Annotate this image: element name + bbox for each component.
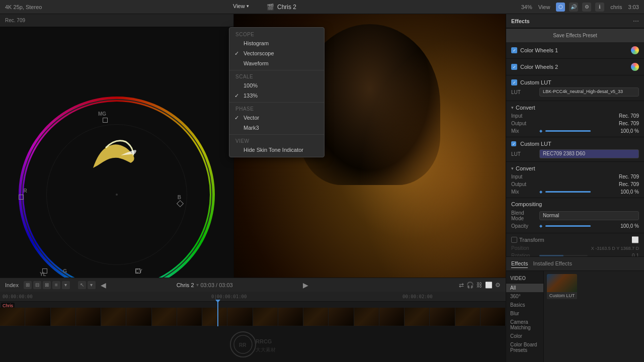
transform-checkbox[interactable] — [511, 237, 517, 243]
convert-header-1[interactable]: ▾ Convert — [511, 103, 639, 112]
category-camera[interactable]: Camera Matching — [506, 318, 543, 332]
dropdown-divider-2 — [229, 102, 324, 103]
category-blur[interactable]: Blur — [506, 309, 543, 318]
effect-checkbox-2[interactable] — [511, 64, 517, 70]
effect-checkbox-3[interactable] — [511, 79, 517, 85]
custom-lut-section: Custom LUT LUT REC709 2383 D60 — [506, 137, 644, 162]
mix-slider-2[interactable] — [545, 191, 591, 193]
dropdown-133[interactable]: 133% — [229, 90, 324, 101]
scope-marker-mg — [103, 118, 108, 123]
output-value: Rec. 709 — [539, 121, 639, 126]
clip-name-chevron[interactable]: ▾ — [196, 282, 199, 288]
blend-dropdown[interactable]: Normal — [539, 211, 639, 220]
mix-slider-1[interactable] — [545, 130, 591, 132]
top-bar: 4K 25p, Stereo 🎬 Chris 2 34% View ⬡ 🔊 ⚙ … — [0, 0, 644, 14]
film-frame-19 — [455, 308, 480, 326]
custom-lut-header[interactable]: Custom LUT — [511, 139, 639, 148]
film-frame-10 — [227, 308, 253, 326]
dropdown-scope-label: SCOPE — [229, 30, 324, 38]
timeline-nav-prev[interactable]: ◀ — [101, 281, 106, 289]
rrcg-logo: RR RRCG 大大素材 — [223, 329, 283, 359]
timeline-chain-icon[interactable]: ⛓ — [476, 282, 482, 289]
effects-bottom-body: VIDEO All 360° Basics Blur Camera Matchi… — [506, 271, 644, 362]
custom-lut-thumbnail[interactable]: Custom LUT — [547, 274, 577, 299]
dropdown-histogram[interactable]: Histogram — [229, 38, 324, 48]
timeline-btn-5[interactable]: ▾ — [62, 281, 70, 289]
view-button[interactable]: View ▾ — [229, 0, 253, 12]
timeline-headphones-icon[interactable]: 🎧 — [466, 282, 474, 289]
rec-label: Rec. 709 — [5, 18, 25, 23]
installed-tab[interactable]: Installed Effects — [533, 259, 572, 268]
mix-label-1: Mix — [511, 128, 536, 134]
input-value: Rec. 709 — [539, 113, 639, 119]
effect-checkbox-1[interactable] — [511, 47, 517, 53]
timeline-snap-icon[interactable]: ⬜ — [485, 282, 493, 289]
category-color[interactable]: Color — [506, 332, 543, 340]
scope-label-g: G — [63, 268, 67, 274]
project-name: Chris 2 — [277, 4, 296, 11]
lut-dropdown[interactable]: LBK-PCC4k_neutral_High-desat_v5_33 — [539, 87, 639, 97]
settings-icon-btn[interactable]: ⚙ — [582, 3, 591, 12]
film-frame-11 — [253, 308, 278, 326]
dropdown-hide-skin[interactable]: Hide Skin Tone Indicator — [229, 145, 324, 155]
dropdown-100[interactable]: 100% — [229, 80, 324, 90]
scope-icon-btn[interactable]: ⬡ — [556, 3, 565, 12]
input-value-2: Rec. 709 — [539, 174, 639, 179]
custom-lut-checkbox[interactable] — [511, 141, 516, 146]
film-frame-5 — [101, 308, 126, 326]
convert-title-2: Convert — [516, 165, 535, 171]
opacity-row: Opacity ◆ 100,0 % — [511, 222, 639, 230]
dropdown-vector[interactable]: Vector — [229, 113, 324, 123]
timeline-settings-icon[interactable]: ⚙ — [495, 282, 501, 289]
dropdown-vectorscope[interactable]: Vectorscope — [229, 48, 324, 58]
timeline-right-icons: ⇄ 🎧 ⛓ ⬜ ⚙ — [313, 282, 501, 289]
timeline-sync-icon[interactable]: ⇄ — [459, 282, 464, 289]
transform-expand-icon[interactable]: ⬜ — [631, 236, 639, 243]
convert-section-1: ▾ Convert Input Rec. 709 Output Rec. 709… — [506, 101, 644, 137]
film-frame-7 — [152, 308, 177, 326]
effects-menu-icon[interactable]: ⋯ — [633, 18, 639, 25]
dropdown-mark3[interactable]: Mark3 — [229, 123, 324, 133]
timeline-btn-1[interactable]: ⊞ — [24, 281, 32, 289]
timeline-edit-btn[interactable]: ▾ — [88, 281, 96, 289]
view-toggle[interactable]: View — [538, 4, 550, 10]
timeline-select-btn[interactable]: ↖ — [78, 281, 86, 289]
film-frame-4 — [76, 308, 101, 326]
convert-header-2[interactable]: ▾ Convert — [511, 164, 639, 173]
effects-main-area: Custom LUT — [544, 271, 644, 362]
dropdown-waveform[interactable]: Waveform — [229, 58, 324, 68]
custom-lut-title: Custom LUT — [520, 141, 551, 147]
opacity-slider[interactable] — [545, 225, 591, 227]
timeline-btn-2[interactable]: ⊟ — [33, 281, 41, 289]
playhead[interactable] — [217, 302, 218, 326]
effect-row-2: Color Wheels 2 — [511, 62, 639, 72]
category-color-board[interactable]: Color Board Presets — [506, 340, 543, 354]
custom-lut-label: LUT — [511, 151, 536, 157]
input-label: Input — [511, 113, 536, 119]
effects-sidebar: VIDEO All 360° Basics Blur Camera Matchi… — [506, 271, 544, 362]
category-all[interactable]: All — [506, 284, 543, 292]
effects-tab[interactable]: Effects — [511, 259, 528, 268]
video-section-label: VIDEO — [506, 274, 543, 284]
info-icon-btn[interactable]: ℹ — [595, 3, 604, 12]
category-360[interactable]: 360° — [506, 292, 543, 301]
audio-icon-btn[interactable]: 🔊 — [569, 3, 578, 12]
timeline-header: Index ⊞ ⊟ ⊠ ≡ ▾ ↖ ▾ ◀ Chris 2 ▾ 03:03 / … — [0, 278, 506, 292]
position-row: Position X -3163.5 D Y 1368.7 D — [511, 244, 639, 252]
dropdown-scale-label: SCALE — [229, 72, 324, 80]
index-label: Index — [5, 282, 19, 288]
timeline-btn-4[interactable]: ≡ — [52, 281, 60, 289]
timeline-track: Chris — [0, 302, 506, 327]
effects-bottom-header: Effects Installed Effects — [506, 257, 644, 271]
timeline-btn-3[interactable]: ⊠ — [43, 281, 51, 289]
category-basics[interactable]: Basics — [506, 301, 543, 309]
position-label: Position — [511, 245, 536, 251]
timeline-nav-next[interactable]: ▶ — [303, 281, 308, 289]
custom-lut-dropdown[interactable]: REC709 2383 D60 — [539, 149, 639, 158]
save-preset-button[interactable]: Save Effects Preset — [506, 28, 644, 42]
opacity-value: 100,0 % — [594, 223, 639, 229]
film-frame-18 — [430, 308, 455, 326]
scope-label-mg: MG — [98, 111, 106, 117]
effects-title: Effects — [511, 18, 530, 24]
output-label: Output — [511, 121, 536, 126]
